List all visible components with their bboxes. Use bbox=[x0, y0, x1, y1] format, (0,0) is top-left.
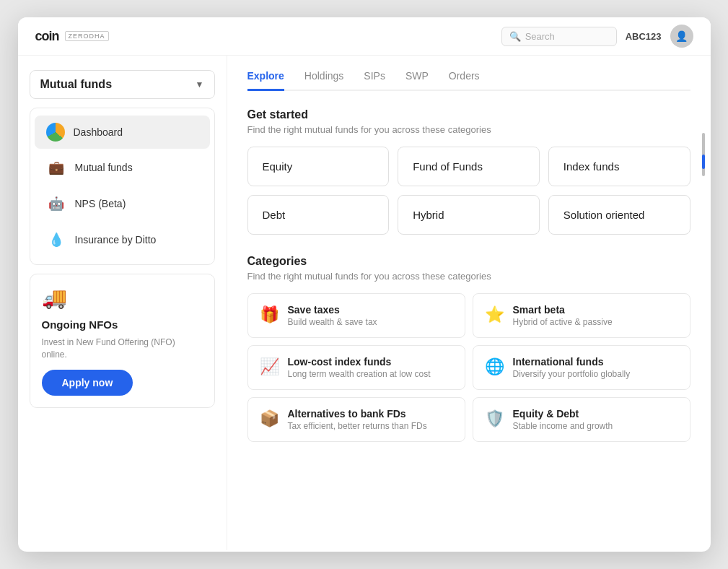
nfo-card: 🚚 Ongoing NFOs Invest in New Fund Offeri… bbox=[30, 274, 215, 408]
search-bar[interactable]: 🔍 Search bbox=[501, 27, 617, 46]
international-desc: Diversify your portfolio globally bbox=[513, 369, 631, 379]
star-icon: ⭐ bbox=[485, 305, 504, 324]
fund-card-equity[interactable]: Equity bbox=[247, 147, 390, 186]
fund-card-fund-of-funds[interactable]: Fund of Funds bbox=[398, 147, 540, 186]
logo-area: coin ZERODHA bbox=[35, 29, 109, 44]
logo-zerodha: ZERODHA bbox=[65, 31, 109, 41]
tab-sips[interactable]: SIPs bbox=[364, 70, 385, 91]
category-low-cost-index[interactable]: 📈 Low-cost index funds Long term wealth … bbox=[247, 345, 465, 390]
category-smart-beta[interactable]: ⭐ Smart beta Hybrid of active & passive bbox=[473, 293, 690, 338]
international-name: International funds bbox=[513, 356, 631, 368]
fund-card-hybrid[interactable]: Hybrid bbox=[398, 195, 540, 235]
shield-icon: 🛡️ bbox=[485, 409, 504, 428]
nav-card: Dashboard 💼 Mutual funds 🤖 NPS (Beta) 💧 … bbox=[30, 108, 215, 265]
sidebar-item-mutual-funds[interactable]: 💼 Mutual funds bbox=[35, 150, 210, 185]
equity-debt-name: Equity & Debt bbox=[513, 408, 613, 420]
header: coin ZERODHA 🔍 Search ABC123 👤 bbox=[18, 17, 711, 56]
save-taxes-name: Save taxes bbox=[288, 304, 377, 316]
header-right: 🔍 Search ABC123 👤 bbox=[501, 25, 693, 48]
fund-of-funds-label: Fund of Funds bbox=[413, 160, 483, 173]
dashboard-label: Dashboard bbox=[74, 126, 123, 138]
categories-title: Categories bbox=[247, 255, 690, 268]
dashboard-icon bbox=[46, 123, 65, 142]
tab-holdings[interactable]: Holdings bbox=[304, 70, 343, 91]
sidebar-item-insurance[interactable]: 💧 Insurance by Ditto bbox=[35, 222, 210, 257]
solution-oriented-label: Solution oriented bbox=[563, 209, 645, 221]
apply-now-button[interactable]: Apply now bbox=[42, 370, 133, 396]
box-icon: 📦 bbox=[260, 409, 279, 428]
fund-card-solution-oriented[interactable]: Solution oriented bbox=[548, 195, 690, 235]
category-alternatives[interactable]: 📦 Alternatives to bank FDs Tax efficient… bbox=[247, 397, 465, 442]
trending-up-icon: 📈 bbox=[260, 357, 279, 376]
main-layout: Mutual funds ▼ Dashboard 💼 Mutual funds … bbox=[18, 56, 711, 550]
search-icon: 🔍 bbox=[509, 31, 521, 42]
sidebar-item-nps[interactable]: 🤖 NPS (Beta) bbox=[35, 186, 210, 221]
nps-label: NPS (Beta) bbox=[75, 198, 126, 209]
alternatives-name: Alternatives to bank FDs bbox=[288, 408, 427, 420]
smart-beta-desc: Hybrid of active & passive bbox=[513, 317, 613, 327]
hybrid-label: Hybrid bbox=[413, 209, 444, 221]
main-content: Explore Holdings SIPs SWP Orders Get sta… bbox=[227, 56, 711, 550]
tab-swp[interactable]: SWP bbox=[405, 70, 429, 91]
nps-icon: 🤖 bbox=[46, 194, 66, 214]
fund-type-grid: Equity Fund of Funds Index funds Debt Hy… bbox=[247, 147, 690, 235]
logo-text: coin bbox=[35, 29, 59, 44]
get-started-section: Get started Find the right mutual funds … bbox=[247, 108, 690, 135]
equity-label: Equity bbox=[263, 160, 293, 173]
category-international[interactable]: 🌐 International funds Diversify your por… bbox=[473, 345, 690, 390]
nfo-description: Invest in New Fund Offering (NFO) online… bbox=[42, 336, 203, 361]
dropdown-label: Mutual funds bbox=[40, 78, 113, 91]
index-funds-label: Index funds bbox=[563, 160, 620, 173]
sidebar: Mutual funds ▼ Dashboard 💼 Mutual funds … bbox=[18, 56, 227, 550]
globe-icon: 🌐 bbox=[485, 357, 504, 376]
gift-icon: 🎁 bbox=[260, 305, 279, 324]
fund-card-debt[interactable]: Debt bbox=[247, 195, 390, 235]
nfo-title: Ongoing NFOs bbox=[42, 318, 203, 331]
debt-label: Debt bbox=[263, 209, 286, 221]
briefcase-icon: 💼 bbox=[46, 157, 66, 178]
alternatives-desc: Tax efficient, better returns than FDs bbox=[288, 421, 427, 431]
tabs: Explore Holdings SIPs SWP Orders bbox=[247, 70, 690, 91]
low-cost-index-desc: Long term wealth creation at low cost bbox=[288, 369, 431, 379]
low-cost-index-name: Low-cost index funds bbox=[288, 356, 431, 368]
smart-beta-name: Smart beta bbox=[513, 304, 613, 316]
chevron-down-icon: ▼ bbox=[196, 79, 204, 90]
avatar: 👤 bbox=[670, 25, 693, 48]
category-equity-debt[interactable]: 🛡️ Equity & Debt Stable income and growt… bbox=[473, 397, 690, 442]
mutual-funds-label: Mutual funds bbox=[75, 162, 133, 173]
insurance-icon: 💧 bbox=[46, 230, 66, 250]
categories-grid: 🎁 Save taxes Build wealth & save tax ⭐ S… bbox=[247, 293, 690, 442]
get-started-title: Get started bbox=[247, 108, 690, 121]
save-taxes-desc: Build wealth & save tax bbox=[288, 317, 377, 327]
mutual-funds-dropdown[interactable]: Mutual funds ▼ bbox=[30, 70, 215, 99]
categories-desc: Find the right mutual funds for you acro… bbox=[247, 271, 690, 282]
sidebar-item-dashboard[interactable]: Dashboard bbox=[35, 116, 210, 149]
nfo-truck-icon: 🚚 bbox=[42, 286, 203, 310]
user-id: ABC123 bbox=[626, 31, 662, 42]
insurance-label: Insurance by Ditto bbox=[75, 234, 157, 246]
fund-card-index-funds[interactable]: Index funds bbox=[548, 147, 690, 186]
tab-orders[interactable]: Orders bbox=[449, 70, 480, 91]
browser-window: coin ZERODHA 🔍 Search ABC123 👤 Mutual fu… bbox=[18, 17, 711, 552]
category-save-taxes[interactable]: 🎁 Save taxes Build wealth & save tax bbox=[247, 293, 465, 338]
scrollbar-thumb[interactable] bbox=[702, 155, 705, 169]
categories-section: Categories Find the right mutual funds f… bbox=[247, 255, 690, 442]
get-started-desc: Find the right mutual funds for you acro… bbox=[247, 124, 690, 135]
search-placeholder: Search bbox=[525, 31, 555, 42]
equity-debt-desc: Stable income and growth bbox=[513, 421, 613, 431]
tab-explore[interactable]: Explore bbox=[247, 70, 284, 91]
